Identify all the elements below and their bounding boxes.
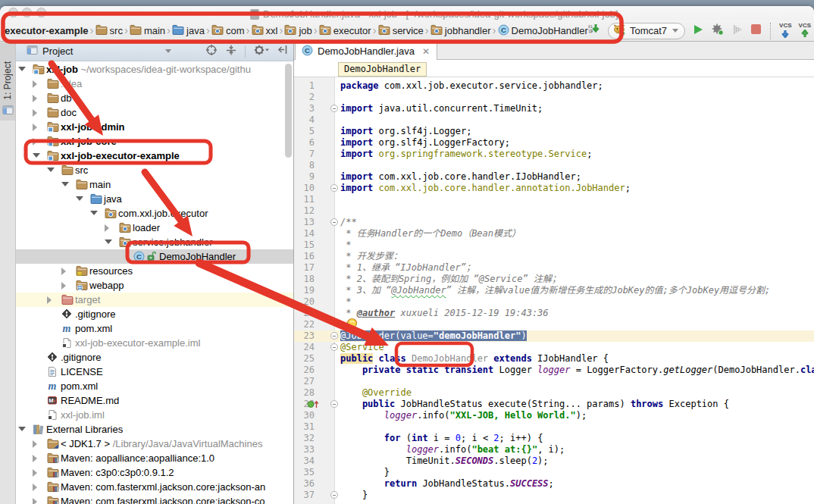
fold-marker-icon[interactable]: [330, 218, 338, 226]
close-icon[interactable]: ✕: [422, 46, 430, 57]
code-line-21[interactable]: 21 * @author xuxueli 2015-12-19 19:43:36: [294, 308, 814, 319]
tree-item-maven-com.fasterxml.jackson.core-jackson-an[interactable]: Maven: com.fasterxml.jackson.core:jackso…: [16, 480, 293, 494]
code-line-23[interactable]: 23@JobHander(value="demoJobHandler"): [294, 330, 814, 342]
code-line-1[interactable]: 1package com.xxl.job.executor.service.jo…: [294, 80, 814, 92]
breadcrumb-item-executor[interactable]: executor: [319, 24, 371, 38]
tree-collapsed-icon[interactable]: [33, 124, 40, 131]
vcs-commit-button[interactable]: VCS: [799, 23, 811, 39]
breadcrumb-item-main[interactable]: main: [130, 24, 165, 38]
tree-collapsed-icon[interactable]: [61, 268, 69, 275]
tree-item--jdk1.7-[interactable]: < JDK1.7 > /Library/Java/JavaVirtualMach…: [16, 437, 293, 451]
breadcrumb-item-demojobhandler[interactable]: CDemoJobHandler: [498, 24, 588, 38]
class-breadcrumb-chip[interactable]: DemoJobHandler: [338, 62, 427, 77]
zoom-window-button[interactable]: [36, 8, 46, 17]
tree-item-.gitignore[interactable]: .gitignore: [16, 307, 293, 321]
collapse-all-icon[interactable]: [225, 44, 237, 59]
breadcrumb-item-executor-example[interactable]: executor-example: [5, 25, 89, 36]
breadcrumb-item-java[interactable]: java: [172, 24, 205, 38]
tree-expanded-icon[interactable]: [18, 427, 26, 434]
debug-button[interactable]: [711, 23, 725, 39]
breadcrumb-item-job[interactable]: job: [284, 24, 312, 38]
tree-expanded-icon[interactable]: [33, 153, 40, 161]
run-configuration-select[interactable]: Tomcat7: [608, 23, 685, 39]
locate-icon[interactable]: [205, 44, 218, 59]
code-line-34[interactable]: 34 TimeUnit.SECONDS.sleep(2);: [294, 455, 814, 467]
fold-marker-icon[interactable]: [330, 332, 338, 340]
tree-item-readme.md[interactable]: MREADME.md: [16, 393, 293, 408]
tree-item-xxl-job-executor-example[interactable]: xxl-job-executor-example: [16, 149, 293, 163]
tree-item-xxl-job[interactable]: xxl-job ~/workspaces/idea-git-workspace/…: [16, 62, 293, 77]
make-project-icon[interactable]: 0110: [586, 23, 601, 39]
code-line-22[interactable]: 22 */: [294, 319, 814, 330]
code-line-16[interactable]: 16 * 开发步骤：: [294, 251, 814, 262]
tree-expanded-icon[interactable]: [47, 167, 55, 175]
tree-item-license[interactable]: LICENSE: [16, 365, 293, 379]
tree-item-loader[interactable]: loader: [16, 221, 293, 235]
tree-expanded-icon[interactable]: [18, 67, 26, 74]
tree-item-.gitignore[interactable]: .gitignore: [16, 350, 293, 365]
code-line-14[interactable]: 14 * 任务Handler的一个Demo（Bean模式）: [294, 228, 814, 239]
vcs-update-button[interactable]: VCS: [779, 23, 791, 39]
code-line-35[interactable]: 35 }: [294, 467, 814, 478]
stop-button[interactable]: [750, 23, 762, 38]
code-line-5[interactable]: 5import org.slf4j.Logger;: [294, 126, 814, 137]
code-line-28[interactable]: 28 @Override: [294, 387, 814, 399]
code-line-13[interactable]: 13/**: [294, 217, 814, 228]
breadcrumb-item-jobhandler[interactable]: jobhandler: [430, 24, 491, 38]
tree-item-db[interactable]: db: [16, 91, 293, 105]
tree-item-maven-c3p0-c3p0-0.9.1.2[interactable]: Maven: c3p0:c3p0:0.9.1.2: [16, 465, 293, 480]
tree-expanded-icon[interactable]: [61, 182, 69, 189]
code-line-2[interactable]: 2: [294, 92, 814, 103]
tree-item-doc[interactable]: doc: [16, 105, 293, 120]
tree-collapsed-icon[interactable]: [33, 95, 40, 102]
code-line-37[interactable]: 37 }: [294, 490, 814, 501]
tree-scrollbar[interactable]: [285, 64, 292, 158]
tree-collapsed-icon[interactable]: [33, 80, 40, 88]
tree-item-xxl-job-admin[interactable]: xxl-job-admin: [16, 120, 293, 134]
tree-item-service.jobhandler[interactable]: service.jobhandler: [16, 235, 293, 249]
tree-expanded-icon[interactable]: [76, 196, 83, 204]
chevron-down-icon[interactable]: [165, 49, 171, 53]
tree-item-java[interactable]: java: [16, 192, 293, 206]
code-line-27[interactable]: 27: [294, 376, 814, 387]
tree-collapsed-icon[interactable]: [33, 469, 40, 477]
tree-item-maven-com.fasterxml.jackson.core-jackson-co[interactable]: Maven: com.fasterxml.jackson.core:jackso…: [16, 494, 293, 504]
breadcrumb-item-src[interactable]: src: [95, 24, 123, 38]
code-area[interactable]: 1package com.xxl.job.executor.service.jo…: [294, 77, 814, 504]
tree-item-external-libraries[interactable]: External Libraries: [16, 422, 293, 437]
code-line-8[interactable]: 8: [294, 160, 814, 171]
tree-item-xxl-job.iml[interactable]: xxl-job.iml: [16, 408, 293, 422]
tree-item-main[interactable]: main: [16, 177, 293, 192]
code-line-29[interactable]: 29 public JobHandleStatus execute(String…: [294, 399, 814, 410]
tree-collapsed-icon[interactable]: [33, 455, 40, 462]
code-line-6[interactable]: 6import org.slf4j.LoggerFactory;: [294, 137, 814, 149]
tree-item-.idea[interactable]: .idea: [16, 77, 293, 91]
tree-item-demojobhandler[interactable]: CDemoJobHandler: [16, 249, 293, 264]
fold-marker-icon[interactable]: [330, 491, 338, 499]
tree-expanded-icon[interactable]: [105, 239, 112, 247]
tree-item-xxl-job-executor-example.iml[interactable]: xxl-job-executor-example.iml: [16, 336, 293, 350]
code-line-20[interactable]: 20 *: [294, 296, 814, 308]
project-tool-window-button[interactable]: 1: Project: [0, 42, 15, 121]
tree-collapsed-icon[interactable]: [33, 498, 40, 504]
tree-collapsed-icon[interactable]: [33, 440, 40, 448]
tree-collapsed-icon[interactable]: [33, 109, 40, 117]
tab-demojobhandler[interactable]: C DemoJobHandler.java ✕: [295, 42, 437, 60]
fold-marker-icon[interactable]: [330, 343, 338, 351]
code-line-33[interactable]: 33 logger.info("beat at:{}", i);: [294, 444, 814, 455]
gear-icon[interactable]: [253, 44, 270, 59]
breadcrumb-item-com[interactable]: com: [211, 24, 245, 38]
code-line-17[interactable]: 17 * 1、继承 “IJobHandler”；: [294, 262, 814, 274]
tree-item-webapp[interactable]: webapp: [16, 278, 293, 293]
tree-item-src[interactable]: src: [16, 163, 293, 177]
tree-item-com.xxl.job.executor[interactable]: com.xxl.job.executor: [16, 206, 293, 221]
intention-bulb-icon[interactable]: [346, 318, 358, 333]
tree-collapsed-icon[interactable]: [33, 138, 40, 146]
code-line-9[interactable]: 9import com.xxl.job.core.handler.IJobHan…: [294, 171, 814, 183]
fold-marker-icon[interactable]: [330, 400, 338, 408]
code-line-30[interactable]: 30 logger.info("XXL-JOB, Hello World.");: [294, 410, 814, 421]
tree-item-maven-aopalliance-aopalliance-1.0[interactable]: Maven: aopalliance:aopalliance:1.0: [16, 451, 293, 465]
code-line-4[interactable]: 4: [294, 114, 814, 126]
tree-expanded-icon[interactable]: [90, 211, 98, 218]
tree-collapsed-icon[interactable]: [33, 484, 40, 491]
